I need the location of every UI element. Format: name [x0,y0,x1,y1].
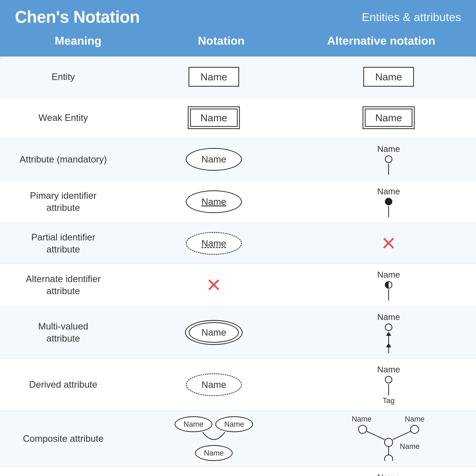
header: Chen's Notation Entities & attributes [0,0,476,34]
alt-node-open: Name [377,144,400,175]
composite-bottom-ellipse-wrap: Name [195,445,233,461]
meaning-multivalued: Multi-valuedattribute [0,315,126,350]
meaning-composite: Composite attribute [0,427,126,450]
table-row: Composite attribute Name Name Name [0,411,476,467]
node-line [388,164,389,175]
node-line [388,384,389,395]
col-notation: Notation [141,34,301,47]
notation-multivalued: Name [126,314,301,351]
notation-derived: Name [126,368,301,402]
svg-point-2 [358,425,367,433]
alt-node-half: Name [377,270,400,301]
notation-weak-entity: Name [126,101,301,135]
ellipse-mandatory: Name [186,148,242,171]
alt-derived: Name Tag [301,359,476,410]
notation-composite: Name Name Name [126,411,301,467]
entity-box-notation: Name [188,67,239,87]
double-ellipse-inner: Name [189,322,239,343]
x-mark-icon: ✕ [381,234,396,253]
tag-label: Tag [383,396,395,405]
ellipse-partial: Name [186,232,242,255]
svg-point-0 [385,438,393,446]
col-alternative: Alternative notation [301,34,461,47]
composite-tree-svg: Name Name Name [351,416,426,461]
svg-line-1 [366,431,385,440]
alt-node-filled: Name [377,186,400,217]
notation-primary-id: Name [126,185,301,219]
filled-circle-icon [385,198,392,205]
alt-partial-id: ✕ [301,229,476,258]
notation-partial-id: Name [126,226,301,260]
node-line [388,206,389,217]
svg-point-4 [410,425,419,433]
table-row: Partial identifierattribute Name ✕ [0,223,476,264]
weak-entity-inner-notation: Name [190,109,238,127]
open-circle-icon [385,376,392,383]
alt-alt-id: Name [301,264,476,306]
meaning-weak-entity: Weak Entity [0,106,126,129]
ellipse-primary: Name [186,190,242,213]
composite-ellipse-2: Name [215,416,253,432]
table-row: Weak Entity Name Name [0,97,476,138]
ellipse-derived: Name [186,373,242,396]
meaning-partial-id: Partial identifierattribute [0,226,126,261]
weak-entity-outer-alt: Name [363,106,415,129]
composite-top-row: Name Name [175,416,253,432]
node-label: Name [377,270,400,280]
svg-line-3 [393,431,411,440]
composite-ellipse-3: Name [195,445,233,461]
weak-entity-inner-alt: Name [365,109,412,127]
table-row: Multi-valuedattribute Name Name [0,306,476,359]
meaning-derived: Derived attribute [0,373,126,396]
table-row: Alternate identifierattribute ✕ Name [0,264,476,306]
open-circle-icon [385,323,392,331]
meaning-entity: Entity [0,65,126,88]
svg-text:Name: Name [400,442,420,450]
node-label: Name [377,312,400,322]
composite-tree: Name Name Name [351,416,426,461]
alt-multivalued: Name [301,306,476,358]
composite-ellipse-1: Name [175,416,212,432]
alt-node-dashed: Name [377,473,400,476]
table-row: Optional attribute ✕ Name [0,467,476,476]
alt-composite: Name Name Name [301,411,476,467]
composite-connector-svg [188,432,240,447]
svg-point-6 [385,455,393,461]
meaning-attr-mandatory: Attribute (mandatory) [0,148,126,171]
header-subtitle: Entities & attributes [362,10,461,24]
open-circle-icon [385,155,392,163]
alt-primary-id: Name [301,181,476,223]
node-line [388,289,389,301]
alt-node-tag: Name Tag [377,364,400,405]
node-label: Name [377,144,400,154]
meaning-alt-id: Alternate identifierattribute [0,267,126,303]
page-title: Chen's Notation [15,7,140,27]
notation-attr-mandatory: Name [126,142,301,176]
alt-entity: Name [301,61,476,92]
table-row: Derived attribute Name Name Tag [0,359,476,411]
node-label: Name [377,473,400,476]
table-body: Entity Name Name Weak Entity Name Name A… [0,56,476,476]
column-headers: Meaning Notation Alternative notation [0,34,476,56]
notation-optional: ✕ [126,473,301,476]
svg-text:Name: Name [405,416,425,423]
col-meaning: Meaning [15,34,141,47]
alt-weak-entity: Name [301,101,476,135]
composite-notation: Name Name Name [175,416,253,461]
table-row: Entity Name Name [0,56,476,97]
alt-node-arrow: Name [377,312,400,353]
node-label: Name [377,364,400,374]
meaning-primary-id: Pimary identifierattribute [0,184,126,220]
node-label: Name [377,186,400,196]
alt-optional: Name [301,467,476,476]
notation-entity: Name [126,61,301,92]
double-ellipse-outer: Name [185,320,242,345]
entity-box-alt: Name [363,67,414,87]
arrow-up-icon [386,332,391,353]
notation-alt-id: ✕ [126,270,301,300]
svg-text:Name: Name [352,416,372,423]
weak-entity-outer-notation: Name [188,106,240,129]
x-mark-icon: ✕ [206,276,222,294]
table-row: Attribute (mandatory) Name Name [0,138,476,181]
half-circle-icon [385,281,392,289]
